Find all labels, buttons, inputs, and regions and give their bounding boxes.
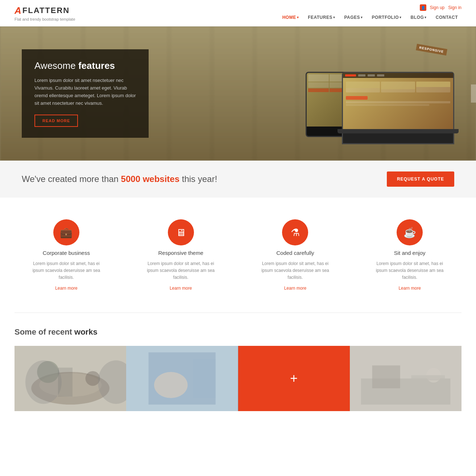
banner-text-start: We've created more than: [22, 174, 121, 184]
banner-highlight: 5000 websites: [121, 174, 179, 184]
work-item-4[interactable]: [350, 346, 461, 411]
request-quote-button[interactable]: REQUEST A QUOTE: [387, 171, 454, 187]
briefcase-icon: 💼: [53, 219, 79, 245]
feature-title-0: Corporate business: [43, 250, 90, 256]
laptop-base: [338, 129, 459, 133]
banner-text: We've created more than 5000 websites th…: [22, 174, 217, 184]
nav-item-portfolio[interactable]: PORTFOLIO ▾: [368, 13, 405, 22]
signin-link[interactable]: Sign in: [448, 5, 461, 10]
feature-title-3: Sit and enjoy: [394, 250, 426, 256]
feature-title-1: Responsive theme: [158, 250, 203, 256]
section-title-plain: Some of recent: [15, 327, 74, 336]
chevron-down-icon: ▾: [297, 16, 299, 19]
coffee-icon: ☕: [397, 219, 423, 245]
banner-text-end: this year!: [179, 174, 217, 184]
feature-desc-0: Lorem ipsum dolor sit amet, has ei ipsum…: [30, 260, 103, 281]
laptop-screen: [343, 73, 453, 129]
hero-devices: Responsive: [302, 43, 454, 144]
feature-learn-more-0[interactable]: Learn more: [55, 286, 77, 291]
nav-item-home[interactable]: HOME ▾: [279, 13, 303, 22]
header: A FLATTERN Flat and trendy bootstrap tem…: [0, 0, 476, 26]
feature-item-1: 🖥Responsive themeLorem ipsum dolor sit a…: [129, 219, 233, 291]
chevron-down-icon: ▾: [400, 16, 402, 19]
chevron-down-icon: ▾: [333, 16, 335, 19]
monitor-icon: 🖥: [168, 219, 194, 245]
quote-banner: We've created more than 5000 websites th…: [0, 161, 476, 198]
hero-scroll-indicator[interactable]: [471, 84, 476, 103]
user-icon: 👤: [420, 4, 426, 11]
flask-icon: ⚗: [282, 219, 308, 245]
section-title-bold: works: [74, 327, 98, 336]
recent-works-section: Some of recent works: [0, 313, 476, 411]
features-section: 💼Corporate businessLorem ipsum dolor sit…: [0, 198, 476, 312]
feature-desc-1: Lorem ipsum dolor sit amet, has ei ipsum…: [145, 260, 217, 281]
hero-title-plain: Awesome: [34, 60, 78, 71]
works-grid: +: [15, 346, 461, 411]
hero-content: Awesome features Lorem ipsum dolor sit a…: [0, 26, 476, 161]
hero-text-box: Awesome features Lorem ipsum dolor sit a…: [22, 49, 149, 137]
hero-title: Awesome features: [34, 60, 136, 71]
hero-read-more-button[interactable]: READ MORE: [34, 115, 78, 127]
work-item-1[interactable]: [15, 346, 126, 411]
feature-item-0: 💼Corporate businessLorem ipsum dolor sit…: [15, 219, 118, 291]
chevron-down-icon: ▾: [361, 16, 363, 19]
hero-description: Lorem ipsum dolor sit amet nsectetuer ne…: [34, 77, 136, 107]
nav-item-contact[interactable]: CONTACT: [432, 13, 461, 22]
logo-icon: A: [15, 5, 22, 16]
logo: A FLATTERN: [15, 5, 75, 16]
logo-tagline: Flat and trendy bootstrap template: [15, 17, 75, 21]
feature-learn-more-3[interactable]: Learn more: [398, 286, 421, 291]
work-item-2[interactable]: [126, 346, 238, 411]
feature-learn-more-1[interactable]: Learn more: [170, 286, 192, 291]
logo-name: FLATTERN: [22, 6, 70, 15]
hero-title-bold: features: [78, 60, 115, 71]
signup-link[interactable]: Sign up: [430, 5, 445, 10]
nav-item-blog[interactable]: BLOG ▾: [407, 13, 430, 22]
header-right: 👤 Sign up Sign in HOME ▾FEATURES ▾PAGES …: [279, 4, 461, 22]
auth-area: 👤 Sign up Sign in: [420, 4, 461, 11]
chevron-down-icon: ▾: [425, 16, 427, 19]
main-nav: HOME ▾FEATURES ▾PAGES ▾PORTFOLIO ▾BLOG ▾…: [279, 13, 461, 22]
feature-desc-2: Lorem ipsum dolor sit amet, has ei ipsum…: [259, 260, 331, 281]
nav-item-features[interactable]: FEATURES ▾: [304, 13, 339, 22]
responsive-badge: Responsive: [416, 44, 447, 55]
feature-item-2: ⚗Coded carefullyLorem ipsum dolor sit am…: [244, 219, 347, 291]
feature-item-3: ☕Sit and enjoyLorem ipsum dolor sit amet…: [358, 219, 461, 291]
recent-works-title: Some of recent works: [15, 327, 461, 337]
work-item-3[interactable]: +: [238, 346, 350, 411]
feature-desc-3: Lorem ipsum dolor sit amet, has ei ipsum…: [373, 260, 446, 281]
feature-learn-more-2[interactable]: Learn more: [284, 286, 306, 291]
logo-area: A FLATTERN Flat and trendy bootstrap tem…: [15, 5, 75, 21]
hero-section: Awesome features Lorem ipsum dolor sit a…: [0, 26, 476, 161]
feature-title-2: Coded carefully: [276, 250, 314, 256]
nav-item-pages[interactable]: PAGES ▾: [340, 13, 366, 22]
device-laptop: [342, 72, 454, 144]
